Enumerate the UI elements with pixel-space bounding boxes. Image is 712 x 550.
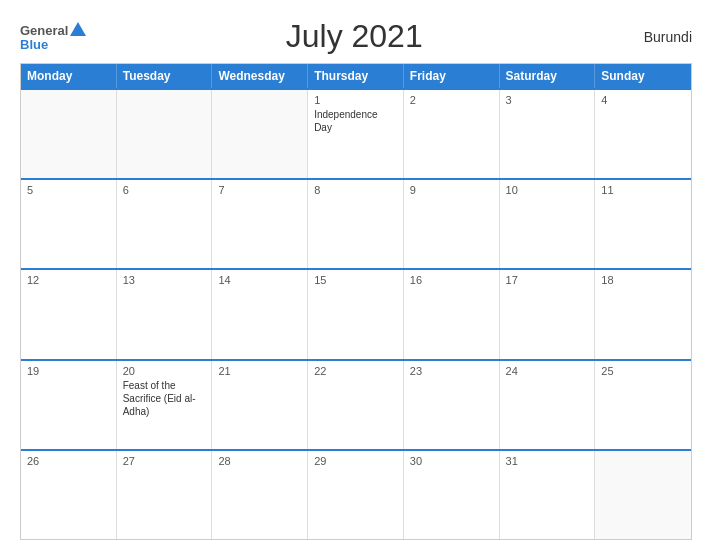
calendar-cell [595, 451, 691, 539]
calendar-cell: 25 [595, 361, 691, 449]
day-number: 28 [218, 455, 301, 467]
calendar-cell: 8 [308, 180, 404, 268]
day-number: 14 [218, 274, 301, 286]
calendar-cell: 11 [595, 180, 691, 268]
day-number: 3 [506, 94, 589, 106]
week-row-3: 12131415161718 [21, 268, 691, 358]
day-number: 16 [410, 274, 493, 286]
calendar-body: 1Independence Day23456789101112131415161… [21, 88, 691, 539]
calendar-cell [117, 90, 213, 178]
calendar-cell: 18 [595, 270, 691, 358]
calendar-cell: 3 [500, 90, 596, 178]
day-number: 27 [123, 455, 206, 467]
day-number: 4 [601, 94, 685, 106]
calendar-cell: 23 [404, 361, 500, 449]
day-number: 18 [601, 274, 685, 286]
day-number: 21 [218, 365, 301, 377]
calendar-cell: 13 [117, 270, 213, 358]
day-number: 17 [506, 274, 589, 286]
calendar-cell: 26 [21, 451, 117, 539]
day-number: 23 [410, 365, 493, 377]
calendar-cell: 22 [308, 361, 404, 449]
calendar-header: Monday Tuesday Wednesday Thursday Friday… [21, 64, 691, 88]
day-number: 13 [123, 274, 206, 286]
day-number: 10 [506, 184, 589, 196]
day-number: 26 [27, 455, 110, 467]
calendar-cell: 1Independence Day [308, 90, 404, 178]
calendar-cell: 5 [21, 180, 117, 268]
week-row-4: 1920Feast of the Sacrifice (Eid al-Adha)… [21, 359, 691, 449]
calendar-cell: 6 [117, 180, 213, 268]
calendar-cell: 24 [500, 361, 596, 449]
week-row-1: 1Independence Day234 [21, 88, 691, 178]
day-number: 2 [410, 94, 493, 106]
col-friday: Friday [404, 64, 500, 88]
day-number: 30 [410, 455, 493, 467]
calendar-cell: 27 [117, 451, 213, 539]
month-title: July 2021 [86, 18, 622, 55]
calendar-cell: 4 [595, 90, 691, 178]
day-number: 31 [506, 455, 589, 467]
calendar-cell [212, 90, 308, 178]
day-number: 1 [314, 94, 397, 106]
calendar-cell: 16 [404, 270, 500, 358]
day-number: 7 [218, 184, 301, 196]
calendar-cell: 20Feast of the Sacrifice (Eid al-Adha) [117, 361, 213, 449]
logo-triangle-icon [70, 22, 86, 36]
calendar-cell: 30 [404, 451, 500, 539]
calendar-cell: 15 [308, 270, 404, 358]
calendar-cell: 29 [308, 451, 404, 539]
calendar-cell [21, 90, 117, 178]
logo-general: General [20, 24, 68, 37]
col-wednesday: Wednesday [212, 64, 308, 88]
day-number: 12 [27, 274, 110, 286]
day-number: 24 [506, 365, 589, 377]
day-number: 6 [123, 184, 206, 196]
col-monday: Monday [21, 64, 117, 88]
calendar-cell: 2 [404, 90, 500, 178]
calendar-cell: 7 [212, 180, 308, 268]
day-number: 20 [123, 365, 206, 377]
day-number: 29 [314, 455, 397, 467]
event-label: Feast of the Sacrifice (Eid al-Adha) [123, 380, 196, 417]
country-label: Burundi [622, 29, 692, 45]
week-row-5: 262728293031 [21, 449, 691, 539]
logo: General Blue [20, 22, 86, 51]
day-number: 9 [410, 184, 493, 196]
page: General Blue July 2021 Burundi Monday Tu… [0, 0, 712, 550]
day-number: 22 [314, 365, 397, 377]
calendar: Monday Tuesday Wednesday Thursday Friday… [20, 63, 692, 540]
calendar-cell: 21 [212, 361, 308, 449]
calendar-cell: 19 [21, 361, 117, 449]
week-row-2: 567891011 [21, 178, 691, 268]
day-number: 8 [314, 184, 397, 196]
event-label: Independence Day [314, 109, 377, 133]
col-thursday: Thursday [308, 64, 404, 88]
day-number: 11 [601, 184, 685, 196]
calendar-cell: 17 [500, 270, 596, 358]
calendar-cell: 12 [21, 270, 117, 358]
day-number: 19 [27, 365, 110, 377]
calendar-cell: 14 [212, 270, 308, 358]
logo-blue: Blue [20, 38, 86, 51]
col-saturday: Saturday [500, 64, 596, 88]
calendar-cell: 31 [500, 451, 596, 539]
day-number: 5 [27, 184, 110, 196]
day-number: 15 [314, 274, 397, 286]
calendar-cell: 10 [500, 180, 596, 268]
calendar-cell: 28 [212, 451, 308, 539]
col-sunday: Sunday [595, 64, 691, 88]
col-tuesday: Tuesday [117, 64, 213, 88]
header: General Blue July 2021 Burundi [20, 18, 692, 55]
day-number: 25 [601, 365, 685, 377]
calendar-cell: 9 [404, 180, 500, 268]
